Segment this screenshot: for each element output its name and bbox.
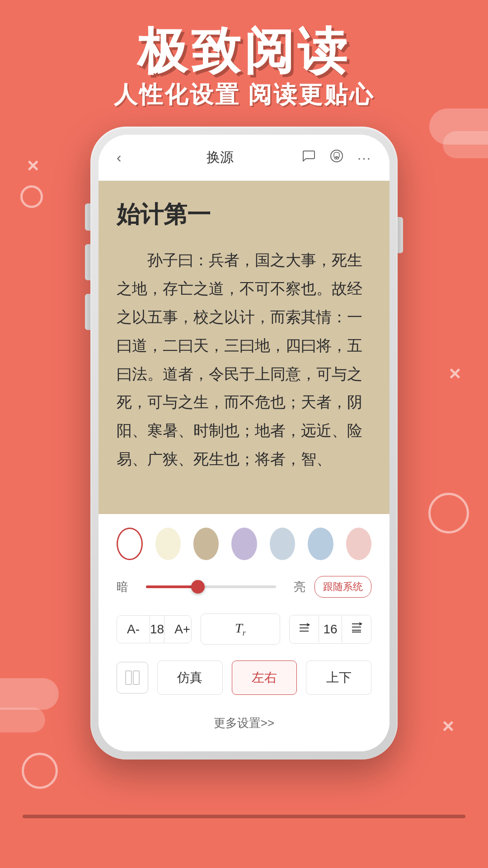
chapter-title: 始计第一 <box>117 199 371 231</box>
font-size-control: A- 18 A+ <box>117 615 192 643</box>
nav-bar: ‹ 换源 <box>99 135 389 181</box>
volume-up-button <box>85 244 90 280</box>
deco-circle-3 <box>22 753 58 789</box>
line-height-control: 16 <box>289 615 371 644</box>
color-swatch-yellow[interactable] <box>155 528 181 560</box>
svg-rect-16 <box>126 671 131 684</box>
more-icon[interactable]: ··· <box>357 150 371 165</box>
font-row: A- 18 A+ Tr <box>117 613 371 645</box>
power-button <box>398 217 403 253</box>
audio-icon[interactable] <box>329 149 344 166</box>
page-mode-icon[interactable] <box>117 662 148 693</box>
font-type-icon: Tr <box>235 620 246 638</box>
dark-label: 暗 <box>117 579 137 595</box>
color-swatch-purple[interactable] <box>231 528 257 560</box>
color-row <box>117 528 371 560</box>
more-settings-button[interactable]: 更多设置>> <box>117 708 371 738</box>
deco-wave-4 <box>0 708 45 732</box>
top-bottom-mode-button[interactable]: 上下 <box>306 660 371 695</box>
light-label: 亮 <box>285 579 305 595</box>
line-height-value: 16 <box>319 616 342 643</box>
phone-screen: ‹ 换源 <box>99 135 389 751</box>
comment-icon[interactable] <box>301 149 316 166</box>
color-swatch-blue[interactable] <box>308 528 333 560</box>
deco-x-2: × <box>449 362 461 385</box>
simulated-mode-button[interactable]: 仿真 <box>157 660 223 695</box>
main-title: 极致阅读 <box>0 18 488 85</box>
color-swatch-pink[interactable] <box>346 528 371 560</box>
font-increase-button[interactable]: A+ <box>164 616 191 643</box>
reading-text: 孙子曰：兵者，国之大事，死生之地，存亡之道，不可不察也。故经之以五事，校之以计，… <box>117 246 371 474</box>
line-height-decrease-button[interactable] <box>290 615 319 643</box>
nav-title: 换源 <box>206 148 234 167</box>
svg-rect-17 <box>133 671 139 684</box>
font-size-value: 18 <box>150 616 164 643</box>
slider-thumb[interactable] <box>191 580 205 594</box>
font-decrease-button[interactable]: A- <box>117 616 150 643</box>
deco-wave-2 <box>443 131 488 158</box>
mute-button <box>85 203 90 231</box>
phone-mockup: ‹ 换源 <box>90 127 398 760</box>
back-button[interactable]: ‹ <box>117 149 139 166</box>
volume-down-button <box>85 294 90 330</box>
deco-bottom-line <box>23 815 465 818</box>
deco-circle-2 <box>428 493 469 533</box>
nav-icons: ··· <box>301 149 371 166</box>
slider-fill <box>146 585 198 588</box>
deco-x-1: × <box>27 154 39 177</box>
deco-x-3: × <box>442 714 454 738</box>
mode-row: 仿真 左右 上下 <box>117 660 371 695</box>
color-swatch-tan[interactable] <box>193 528 219 560</box>
follow-system-button[interactable]: 跟随系统 <box>314 576 371 598</box>
line-height-increase-button[interactable] <box>342 615 371 643</box>
deco-circle-1 <box>20 185 43 208</box>
color-swatch-white[interactable] <box>117 528 143 560</box>
deco-wave-3 <box>0 678 59 710</box>
sub-title: 人性化设置 阅读更贴心 <box>0 79 488 111</box>
reading-area[interactable]: 始计第一 孙子曰：兵者，国之大事，死生之地，存亡之道，不可不察也。故经之以五事，… <box>99 181 389 514</box>
left-right-mode-button[interactable]: 左右 <box>232 660 297 695</box>
settings-panel: 暗 亮 跟随系统 A- 18 A+ <box>99 514 389 751</box>
color-swatch-light-blue[interactable] <box>270 528 295 560</box>
font-type-button[interactable]: Tr <box>201 613 281 645</box>
svg-point-0 <box>331 150 343 162</box>
brightness-slider[interactable] <box>146 585 276 588</box>
brightness-row: 暗 亮 跟随系统 <box>117 576 371 598</box>
